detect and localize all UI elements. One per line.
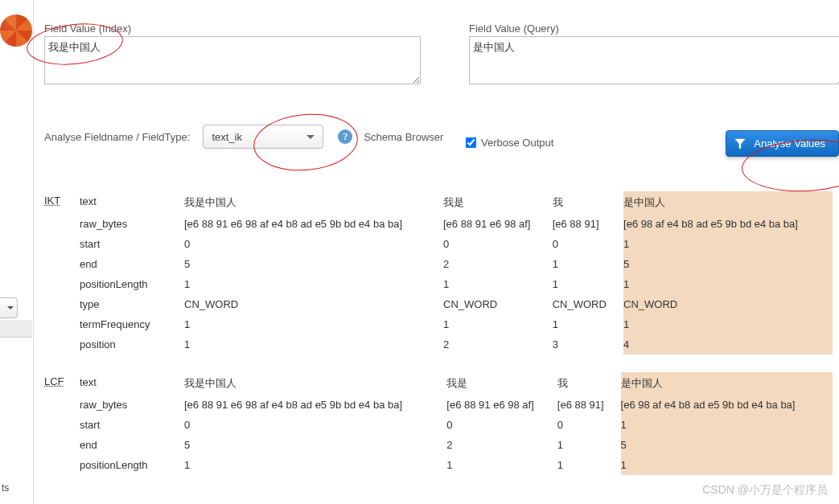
analysis-results: IKTtext我是中国人我是我是中国人raw_bytes[e6 88 91 e6… — [44, 191, 839, 475]
analyzer-block: IKTtext我是中国人我是我是中国人raw_bytes[e6 88 91 e6… — [44, 191, 839, 354]
attr-name-cell: raw_bytes — [80, 214, 184, 234]
attr-name-cell: type — [80, 294, 184, 314]
analysis-table: text我是中国人我是我是中国人raw_bytes[e6 88 91 e6 98… — [80, 191, 839, 354]
attr-name-cell: text — [80, 191, 184, 214]
edge-cut-cell — [833, 191, 839, 214]
schema-browser-link[interactable]: Schema Browser — [364, 131, 443, 143]
analysis-table: text我是中国人我是我是中国人raw_bytes[e6 88 91 e6 98… — [80, 372, 839, 475]
token-cell: 我是中国人 — [184, 191, 443, 214]
token-cell: 2 — [446, 435, 557, 455]
token-cell: 1 — [184, 314, 443, 334]
token-cell: 1 — [443, 314, 553, 334]
token-cell: 1 — [621, 415, 833, 435]
token-cell: [e6 88 91 e6 98 af] — [443, 214, 553, 234]
verbose-checkbox[interactable] — [466, 137, 477, 149]
table-row: text我是中国人我是我是中国人 — [80, 191, 839, 214]
token-cell: 我是 — [446, 372, 557, 395]
attr-name-cell: positionLength — [80, 274, 184, 294]
field-inputs-row: Field Value (Index) Field Value (Query) — [44, 23, 839, 87]
analyzer-abbr: IKT — [44, 191, 80, 207]
edge-cut-cell — [833, 334, 839, 354]
token-cell: 1 — [557, 435, 621, 455]
token-cell: 1 — [621, 455, 833, 475]
main-panel: Field Value (Index) Field Value (Query) … — [44, 23, 839, 493]
token-cell: CN_WORD — [184, 294, 443, 314]
edge-cut-cell — [833, 234, 839, 254]
token-cell: 4 — [623, 334, 833, 354]
token-cell: 0 — [446, 415, 557, 435]
token-cell: 1 — [553, 314, 623, 334]
index-field-block: Field Value (Index) — [44, 23, 421, 87]
attr-name-cell: termFrequency — [80, 314, 184, 334]
attr-name-cell: positionLength — [80, 455, 184, 475]
edge-cut-cell — [833, 372, 839, 395]
analyse-button-label: Analyse Values — [754, 137, 825, 150]
fieldtype-dropdown-value: text_ik — [212, 131, 242, 143]
attr-name-cell: end — [80, 435, 184, 455]
attr-name-cell: text — [80, 372, 184, 395]
token-cell: 1 — [553, 274, 623, 294]
token-cell: CN_WORD — [623, 294, 833, 314]
analyse-values-button[interactable]: Analyse Values — [726, 130, 839, 157]
token-cell: 1 — [623, 314, 833, 334]
query-field-textarea[interactable] — [469, 36, 839, 84]
index-field-textarea[interactable] — [44, 36, 421, 84]
verbose-row: Verbose Output — [466, 137, 553, 149]
token-cell: 1 — [443, 274, 553, 294]
token-cell: 1 — [446, 455, 557, 475]
table-row: raw_bytes[e6 88 91 e6 98 af e4 b8 ad e5 … — [80, 214, 839, 234]
token-cell: 1 — [553, 254, 623, 274]
edge-cut-cell — [833, 415, 839, 435]
token-cell: 0 — [184, 415, 446, 435]
token-cell: 5 — [184, 254, 443, 274]
funnel-icon — [734, 138, 746, 150]
attr-name-cell: start — [80, 234, 184, 254]
token-cell: [e6 98 af e4 b8 ad e5 9b bd e4 ba ba] — [621, 395, 833, 415]
edge-cut-cell — [833, 395, 839, 415]
collection-dropdown[interactable] — [0, 297, 18, 318]
attr-name-cell: start — [80, 415, 184, 435]
fieldtype-dropdown[interactable]: text_ik — [203, 125, 323, 149]
token-cell: 0 — [443, 234, 553, 254]
table-row: start0001 — [80, 415, 839, 435]
token-cell: 1 — [184, 455, 446, 475]
edge-cut-cell — [833, 455, 839, 475]
table-row: text我是中国人我是我是中国人 — [80, 372, 839, 395]
token-cell: 5 — [184, 435, 446, 455]
table-row: end5215 — [80, 435, 839, 455]
token-cell: [e6 88 91] — [557, 395, 621, 415]
token-cell: 是中国人 — [623, 191, 833, 214]
verbose-label: Verbose Output — [481, 137, 553, 149]
solr-logo-icon — [0, 14, 32, 47]
table-row: positionLength1111 — [80, 455, 839, 475]
token-cell: 0 — [184, 234, 443, 254]
token-cell: 1 — [184, 274, 443, 294]
token-cell: [e6 88 91 e6 98 af e4 b8 ad e5 9b bd e4 … — [184, 395, 446, 415]
token-cell: 3 — [553, 334, 623, 354]
edge-cut-cell — [833, 314, 839, 334]
fieldtype-label: Analyse Fieldname / FieldType: — [44, 131, 190, 143]
nav-item-fragment[interactable]: ts — [2, 482, 9, 494]
token-cell: 1 — [557, 455, 621, 475]
token-cell: 0 — [557, 415, 621, 435]
nav-active-item[interactable] — [0, 320, 32, 338]
token-cell: 是中国人 — [621, 372, 833, 395]
attr-name-cell: raw_bytes — [80, 395, 184, 415]
token-cell: 5 — [623, 254, 833, 274]
edge-cut-cell — [833, 254, 839, 274]
analyzer-block: LCFtext我是中国人我是我是中国人raw_bytes[e6 88 91 e6… — [44, 372, 839, 475]
edge-cut-cell — [833, 274, 839, 294]
query-field-block: Field Value (Query) — [469, 23, 839, 87]
edge-cut-cell — [833, 435, 839, 455]
table-row: typeCN_WORDCN_WORDCN_WORDCN_WORD — [80, 294, 839, 314]
table-row: start0001 — [80, 234, 839, 254]
token-cell: 我 — [553, 191, 623, 214]
table-row: positionLength1111 — [80, 274, 839, 294]
help-icon[interactable]: ? — [338, 129, 352, 144]
query-field-label: Field Value (Query) — [469, 23, 839, 35]
controls-row: Analyse Fieldname / FieldType: text_ik ?… — [44, 111, 839, 162]
token-cell: 5 — [621, 435, 833, 455]
token-cell: CN_WORD — [443, 294, 553, 314]
token-cell: 2 — [443, 334, 553, 354]
edge-cut-cell — [833, 214, 839, 234]
